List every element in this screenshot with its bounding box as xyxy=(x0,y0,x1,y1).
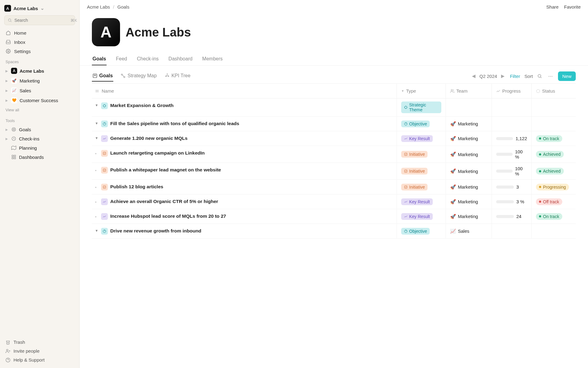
nav-inbox[interactable]: Inbox xyxy=(2,37,77,47)
svg-rect-49 xyxy=(405,170,407,172)
table-row[interactable]: ▼ Generate 1.200 new organic MQLs Key Re… xyxy=(92,131,576,146)
period-prev-button[interactable]: ◀ xyxy=(471,73,477,79)
col-status-label[interactable]: Status xyxy=(542,88,555,94)
sidebar-space-item[interactable]: ▶AAcme Labs xyxy=(2,66,77,76)
sidebar-tool-item[interactable]: ▶Goals xyxy=(2,125,77,134)
period-label[interactable]: Q2 2024 xyxy=(480,74,497,79)
table-row[interactable]: • Publish a whitepaper lead magnet on th… xyxy=(92,163,576,180)
type-tag-icon xyxy=(404,105,408,109)
search-input[interactable] xyxy=(14,18,68,23)
nav-trash[interactable]: Trash xyxy=(0,338,79,347)
main-tab[interactable]: Goals xyxy=(92,53,107,65)
clock-icon xyxy=(11,136,17,141)
col-name-label[interactable]: Name xyxy=(102,88,114,94)
type-tag-icon xyxy=(404,215,408,218)
row-type-icon xyxy=(101,198,108,205)
table-row[interactable]: • Increase Hubspot lead score of MQLs fr… xyxy=(92,209,576,224)
sidebar-space-item[interactable]: ▶🚀Marketing xyxy=(2,76,77,86)
sidebar-tool-item[interactable]: Dashboards xyxy=(2,152,77,162)
bullet-icon: • xyxy=(95,168,99,173)
table-row[interactable]: ▼ Fill the Sales pipeline with tons of q… xyxy=(92,117,576,131)
nav-settings[interactable]: Settings xyxy=(2,47,77,56)
row-title: Launch retargeting campaign on LinkedIn xyxy=(110,150,205,156)
sidebar-space-item[interactable]: ▶🧡Customer Success xyxy=(2,95,77,105)
progress-value: 100 % xyxy=(515,166,527,176)
team-emoji-icon: 🚀 xyxy=(450,151,456,157)
filter-button[interactable]: Filter xyxy=(510,74,520,79)
new-button[interactable]: New xyxy=(558,71,576,81)
sub-tab[interactable]: Strategy Map xyxy=(120,71,157,82)
sidebar-tool-item[interactable]: Planning xyxy=(2,143,77,152)
svg-line-28 xyxy=(541,77,541,78)
caret-down-icon[interactable]: ▼ xyxy=(95,136,99,140)
row-type-icon xyxy=(101,213,108,220)
col-type-label[interactable]: Type xyxy=(406,88,416,94)
svg-point-4 xyxy=(13,128,14,130)
row-title: Publish a whitepaper lead magnet on the … xyxy=(110,167,221,173)
svg-line-21 xyxy=(123,75,124,76)
progress-bar xyxy=(496,200,514,203)
space-name: Acme Labs xyxy=(20,68,44,74)
status-badge: Off track xyxy=(536,198,562,205)
view-all-spaces[interactable]: View all xyxy=(0,105,79,115)
bullet-icon: • xyxy=(95,214,99,220)
sub-tab[interactable]: KPI Tree xyxy=(164,71,191,82)
type-tag-icon xyxy=(404,229,408,233)
trash-icon xyxy=(6,340,10,345)
table-row[interactable]: ▼ Market Expansion & Growth Strategic Th… xyxy=(92,98,576,117)
caret-down-icon[interactable]: ▼ xyxy=(95,121,99,125)
col-team-label[interactable]: Team xyxy=(456,88,468,94)
workspace-switcher[interactable]: A Acme Labs ⌄ xyxy=(0,4,79,15)
table-row[interactable]: • Publish 12 blog articles Initiative 🚀M… xyxy=(92,180,576,194)
progress-bar xyxy=(496,186,514,189)
main-tab[interactable]: Members xyxy=(202,53,223,65)
period-next-button[interactable]: ▶ xyxy=(500,73,506,79)
sub-tab-icon xyxy=(121,73,126,78)
share-button[interactable]: Share xyxy=(546,4,559,10)
main-tab[interactable]: Feed xyxy=(115,53,127,65)
main-tab[interactable]: Check-ins xyxy=(136,53,159,65)
team-emoji-icon: 🚀 xyxy=(450,214,456,219)
progress-value: 3 xyxy=(516,184,519,190)
search-input-wrapper[interactable]: ⌘K xyxy=(4,15,75,25)
help-icon xyxy=(6,358,10,362)
caret-down-icon: ▼ xyxy=(401,89,404,93)
nav-invite[interactable]: Invite people xyxy=(0,347,79,355)
more-button[interactable]: ⋯ xyxy=(548,73,554,79)
svg-point-25 xyxy=(165,76,166,77)
table-row[interactable]: • Achieve an overall Organic CTR of 5% o… xyxy=(92,194,576,209)
svg-point-27 xyxy=(538,75,541,77)
row-type-icon xyxy=(101,135,108,142)
progress-bar xyxy=(496,215,514,218)
type-tag: Objective xyxy=(401,228,430,235)
sidebar-tool-item[interactable]: ▶Check-ins xyxy=(2,134,77,143)
search-icon-button[interactable] xyxy=(537,74,543,79)
svg-line-1 xyxy=(11,21,12,22)
favorite-button[interactable]: Favorite xyxy=(564,4,581,10)
sidebar-space-item[interactable]: ▶📈Sales xyxy=(2,86,77,95)
svg-rect-7 xyxy=(12,155,13,157)
progress-value: 100 % xyxy=(515,149,527,159)
team-emoji-icon: 📈 xyxy=(450,228,456,234)
caret-down-icon[interactable]: ▼ xyxy=(95,103,99,107)
caret-down-icon[interactable]: ▼ xyxy=(95,229,99,232)
row-title: Increase Hubspot lead score of MQLs from… xyxy=(110,213,226,220)
type-tag: Strategic Theme xyxy=(401,102,441,113)
section-tools-label: Tools xyxy=(0,115,79,125)
table-row[interactable]: ▼ Drive new revenue growth from inbound … xyxy=(92,224,576,239)
breadcrumb-current[interactable]: Goals xyxy=(117,4,129,10)
chevron-right-icon xyxy=(6,155,9,159)
table-row[interactable]: • Launch retargeting campaign on LinkedI… xyxy=(92,146,576,163)
nav-home[interactable]: Home xyxy=(2,28,77,37)
type-tag: Initiative xyxy=(401,151,428,158)
nav-help[interactable]: Help & Support xyxy=(0,355,79,364)
sort-button[interactable]: Sort xyxy=(524,74,533,79)
progress-bar xyxy=(496,153,513,156)
breadcrumb-root[interactable]: Acme Labs xyxy=(87,4,110,10)
main-tab[interactable]: Dashboard xyxy=(168,53,193,65)
col-progress-label[interactable]: Progress xyxy=(502,88,521,94)
sub-tab[interactable]: Goals xyxy=(92,71,113,82)
svg-point-32 xyxy=(451,89,453,91)
row-type-icon xyxy=(101,167,108,174)
type-tag-icon xyxy=(404,122,408,126)
